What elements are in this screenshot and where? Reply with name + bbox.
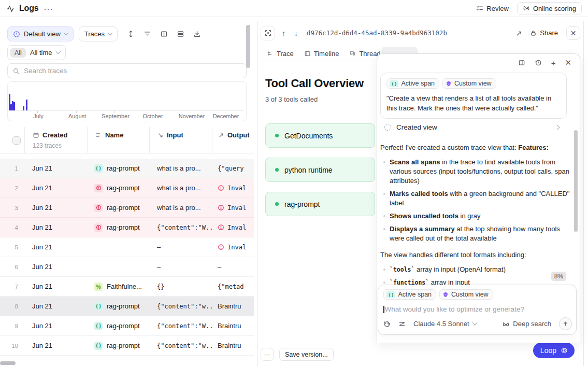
- page-menu-button[interactable]: ···: [40, 3, 56, 14]
- table-row[interactable]: 10 Jun 21 () rag-prompt {"content":"w...…: [0, 336, 254, 356]
- tool-card[interactable]: GetDocuments: [265, 123, 375, 148]
- filter-icon[interactable]: [144, 30, 151, 38]
- thread-icon: [349, 50, 356, 57]
- model-selector[interactable]: Claude 4.5 Sonnet: [413, 320, 477, 328]
- overview-title: Tool Call Overview: [265, 77, 364, 90]
- logs-page: Logs ··· Review Online scoring: [0, 0, 588, 366]
- trace-histogram[interactable]: JulyAugustSeptemberOctoberNovemberDecemb…: [7, 81, 247, 121]
- dock-panel-icon[interactable]: [518, 59, 525, 66]
- feature-item: Shows uncalled tools in gray: [380, 212, 570, 221]
- active-span-badge[interactable]: () Active span: [386, 78, 439, 89]
- save-version-button[interactable]: Save version...: [279, 348, 334, 361]
- error-icon: [94, 204, 103, 212]
- left-panel-horizontal-scrollbar[interactable]: [0, 361, 16, 365]
- previous-trace-button[interactable]: ↑: [280, 29, 288, 37]
- close-assistant-icon[interactable]: ✕: [565, 58, 571, 67]
- axis-month-label: September: [102, 113, 130, 119]
- custom-view-badge[interactable]: Custom view: [442, 78, 496, 89]
- row-number: 9: [0, 323, 24, 329]
- chevron-right-icon: [555, 125, 560, 130]
- cell-input: –: [149, 263, 212, 271]
- feature-item: Marks called tools with a green backgrou…: [380, 189, 570, 208]
- cell-created: Jun 21: [24, 302, 87, 310]
- cell-output: –: [212, 263, 254, 271]
- active-span-badge[interactable]: () Active span: [383, 289, 436, 300]
- table-row[interactable]: 4 Jun 21 rag-prompt {"content":"W... Inv…: [0, 218, 254, 237]
- assistant-scrollbar[interactable]: [574, 130, 578, 232]
- close-detail-button[interactable]: ✕: [566, 26, 580, 40]
- prompt-composer: () Active span Custom view What would yo…: [378, 285, 577, 335]
- more-options-button[interactable]: ···: [261, 348, 274, 361]
- cell-created: Jun 21: [24, 263, 87, 271]
- select-all-checkbox[interactable]: [12, 136, 21, 145]
- checklist-icon: [476, 5, 483, 12]
- column-header-output[interactable]: Output: [212, 127, 254, 153]
- cell-created: Jun 21: [24, 283, 87, 290]
- table-row[interactable]: 1 Jun 21 () rag-prompt what is a pro... …: [0, 159, 254, 178]
- open-in-new-icon[interactable]: ↗: [516, 29, 522, 37]
- cell-name: () rag-prompt: [87, 322, 149, 330]
- history-icon[interactable]: [535, 59, 542, 66]
- tool-card[interactable]: python runtime: [265, 158, 375, 182]
- trace-mode-selector[interactable]: Traces: [79, 26, 118, 41]
- context-usage-badge: 8%: [551, 272, 566, 281]
- error-icon: [218, 185, 224, 191]
- column-header-input[interactable]: Input: [149, 127, 212, 153]
- span-type-icon: (): [94, 322, 103, 330]
- sort-icon[interactable]: [127, 30, 135, 38]
- cell-output: {"query: [212, 165, 254, 172]
- loop-button[interactable]: Loop: [533, 343, 575, 358]
- row-height-icon[interactable]: [177, 30, 184, 38]
- tool-name: GetDocuments: [284, 132, 333, 140]
- cell-name: rag-prompt: [87, 204, 149, 212]
- search-input[interactable]: Search traces: [7, 63, 247, 78]
- deep-search-toggle[interactable]: Deep search: [502, 320, 551, 328]
- search-placeholder: Search traces: [24, 67, 67, 75]
- detail-tab[interactable]: Trace: [263, 48, 298, 60]
- trace-table-body: 1 Jun 21 () rag-prompt what is a pro... …: [0, 159, 254, 356]
- table-row[interactable]: 2 Jun 21 rag-prompt what is a pro... Inv…: [0, 178, 254, 198]
- table-row[interactable]: 7 Jun 21 % Faithfulne... {} {"metad: [0, 277, 254, 297]
- columns-icon[interactable]: [160, 30, 168, 38]
- cell-created: Jun 21: [24, 164, 87, 172]
- column-header-name[interactable]: Name: [87, 127, 149, 153]
- cell-output: Inval: [212, 204, 254, 212]
- axis-month-label: December: [213, 113, 239, 119]
- assistant-message: Perfect! I've created a custom trace vie…: [380, 143, 570, 304]
- time-filter: All All time: [7, 45, 66, 60]
- composer-context-badges: () Active span Custom view: [383, 289, 571, 300]
- tool-card[interactable]: rag-prompt: [265, 192, 375, 216]
- view-selector[interactable]: Default view: [7, 26, 74, 41]
- table-row[interactable]: 9 Jun 21 () rag-prompt {"content":"W... …: [0, 316, 254, 336]
- share-button[interactable]: Share: [530, 29, 558, 37]
- step-status-icon: [384, 124, 391, 131]
- table-row[interactable]: 3 Jun 21 rag-prompt what is a pro... Inv…: [0, 198, 254, 218]
- cell-output: Inval: [212, 224, 254, 231]
- custom-view-badge[interactable]: Custom view: [439, 289, 493, 300]
- next-trace-button[interactable]: ↓: [292, 29, 300, 37]
- download-icon[interactable]: [193, 30, 201, 38]
- table-row[interactable]: 5 Jun 21 – Inval: [0, 237, 254, 257]
- new-chat-icon[interactable]: +: [551, 59, 556, 67]
- called-dot-icon: [275, 202, 279, 206]
- reset-conversation-icon[interactable]: [383, 320, 391, 328]
- settings-sliders-icon[interactable]: [398, 320, 406, 328]
- column-header-created[interactable]: Created 123 traces: [24, 127, 87, 153]
- online-scoring-button[interactable]: Online scoring: [517, 2, 582, 15]
- table-row[interactable]: 6 Jun 21 – –: [0, 257, 254, 277]
- table-row[interactable]: 8 Jun 21 () rag-prompt {"content":"w... …: [0, 297, 254, 316]
- left-panel-vertical-scrollbar[interactable]: [246, 25, 250, 68]
- created-view-row[interactable]: Created view: [384, 123, 559, 131]
- calendar-icon: [33, 132, 39, 138]
- review-button[interactable]: Review: [476, 5, 509, 12]
- send-button[interactable]: [559, 317, 572, 330]
- detail-tab[interactable]: Timeline: [300, 48, 343, 60]
- timeline-icon: [304, 50, 311, 57]
- cell-name: () rag-prompt: [87, 302, 149, 311]
- assistant-toolbar: + ✕: [518, 58, 571, 67]
- arrow-down-right-icon: [157, 132, 164, 138]
- focus-span-button[interactable]: [261, 26, 275, 40]
- time-range-selector[interactable]: All All time: [7, 45, 66, 60]
- prompt-input[interactable]: What would you like to optimize or gener…: [383, 305, 571, 313]
- shield-icon: [442, 291, 449, 298]
